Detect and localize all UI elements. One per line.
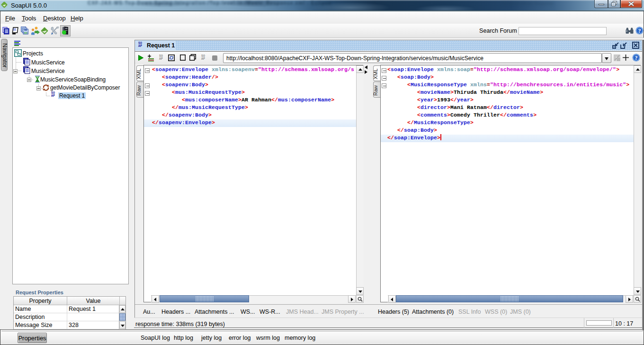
svg-text:?: ? <box>635 54 638 61</box>
svg-text:?: ? <box>638 27 641 34</box>
